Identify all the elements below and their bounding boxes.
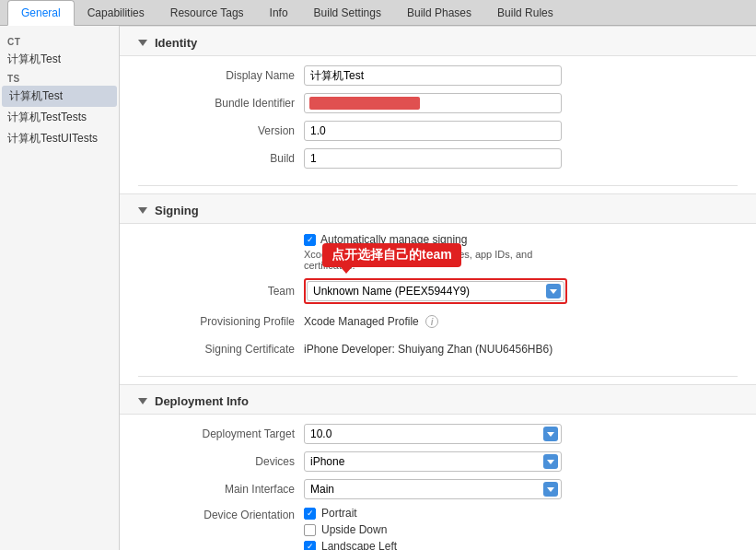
build-input[interactable] — [304, 148, 562, 169]
team-red-border: Unknown Name (PEEX5944Y9) — [304, 278, 567, 304]
main-interface-value: Main — [304, 479, 738, 499]
deployment-target-value: 10.0 — [304, 424, 738, 444]
display-name-value — [304, 65, 738, 86]
build-row: Build — [138, 148, 738, 169]
signing-cert-text: iPhone Developer: Shuiyang Zhan (NUU6456… — [304, 343, 552, 356]
signing-section-header: Signing — [120, 193, 756, 224]
sidebar-item-ts-test[interactable]: 计算机Test — [2, 86, 117, 107]
sidebar-item-ct-test[interactable]: 计算机Test — [0, 49, 119, 70]
tab-resource-tags[interactable]: Resource Tags — [157, 0, 257, 26]
tab-info[interactable]: Info — [257, 0, 301, 26]
devices-row: Devices iPhone — [138, 451, 738, 472]
team-label: Team — [138, 285, 304, 298]
version-input[interactable] — [304, 121, 562, 141]
tab-build-rules[interactable]: Build Rules — [484, 0, 566, 26]
signing-form: Automatically manage signing Xcode will … — [120, 224, 756, 376]
team-value: 点开选择自己的team Unknown Name (PEEX5944Y9) — [304, 278, 738, 304]
upside-down-label: Upside Down — [321, 523, 387, 536]
main-interface-arrow-icon — [543, 482, 558, 497]
signing-title: Signing — [155, 204, 199, 217]
device-orientation-value: Portrait Upside Down Landscape Left Land… — [304, 507, 738, 550]
portrait-label: Portrait — [321, 507, 357, 520]
main-interface-wrap: Main — [304, 479, 562, 499]
bundle-id-value — [304, 93, 738, 113]
bundle-id-label: Bundle Identifier — [138, 97, 304, 110]
portrait-checkbox[interactable] — [304, 508, 316, 520]
main-content: CT 计算机Test TS 计算机Test 计算机TestTests 计算机Te… — [0, 26, 756, 550]
main-interface-label: Main Interface — [138, 483, 304, 496]
devices-label: Devices — [138, 455, 304, 468]
main-interface-dropdown[interactable]: Main — [304, 479, 562, 499]
team-annotation-bubble: 点开选择自己的team — [322, 243, 461, 267]
upside-down-checkbox[interactable] — [304, 524, 316, 536]
identity-divider — [138, 185, 738, 186]
deployment-target-row: Deployment Target 10.0 — [138, 424, 738, 444]
display-name-input[interactable] — [304, 65, 562, 86]
devices-arrow-icon — [543, 454, 558, 469]
identity-title: Identity — [155, 36, 197, 50]
tab-build-phases[interactable]: Build Phases — [394, 0, 484, 26]
info-icon[interactable]: i — [425, 315, 438, 328]
tab-build-settings[interactable]: Build Settings — [301, 0, 394, 26]
version-value — [304, 121, 738, 141]
orientation-portrait: Portrait — [304, 507, 738, 520]
devices-dropdown[interactable]: iPhone — [304, 451, 562, 472]
landscape-left-checkbox[interactable] — [304, 541, 316, 551]
team-annotation-box: 点开选择自己的team Unknown Name (PEEX5944Y9) — [304, 278, 567, 304]
deployment-collapse-triangle[interactable] — [138, 398, 147, 404]
signing-divider — [138, 376, 738, 377]
identity-collapse-triangle[interactable] — [138, 40, 147, 46]
provisioning-label: Provisioning Profile — [138, 315, 304, 328]
devices-value: iPhone — [304, 451, 738, 472]
tab-general[interactable]: General — [7, 0, 75, 26]
provisioning-value: Xcode Managed Profile i — [304, 315, 738, 329]
deployment-target-arrow-icon — [543, 427, 558, 441]
tab-bar: General Capabilities Resource Tags Info … — [0, 0, 756, 26]
display-name-label: Display Name — [138, 69, 304, 82]
sidebar-item-ts-ui-tests[interactable]: 计算机TestUITests — [0, 128, 119, 149]
sidebar-item-ts-tests[interactable]: 计算机TestTests — [0, 107, 119, 128]
signing-cert-label: Signing Certificate — [138, 343, 304, 356]
provisioning-row: Provisioning Profile Xcode Managed Profi… — [138, 311, 738, 332]
version-row: Version — [138, 121, 738, 141]
signing-cert-value: iPhone Developer: Shuiyang Zhan (NUU6456… — [304, 343, 738, 356]
sidebar-section-ct: CT — [0, 33, 119, 49]
deployment-target-wrap: 10.0 — [304, 424, 562, 444]
auto-signing-checkbox[interactable] — [304, 234, 316, 246]
deployment-target-label: Deployment Target — [138, 427, 304, 440]
deployment-section-header: Deployment Info — [120, 384, 756, 415]
identity-section-header: Identity — [120, 26, 756, 56]
orientation-upside-down: Upside Down — [304, 523, 738, 536]
content-panel: Identity Display Name Bundle Identifier … — [120, 26, 756, 550]
build-value — [304, 148, 738, 169]
version-label: Version — [138, 124, 304, 137]
signing-collapse-triangle[interactable] — [138, 207, 147, 214]
deployment-title: Deployment Info — [155, 394, 249, 408]
team-dropdown[interactable]: Unknown Name (PEEX5944Y9) — [307, 281, 564, 301]
team-dropdown-container: Unknown Name (PEEX5944Y9) — [307, 281, 564, 301]
team-dropdown-arrow-icon — [546, 284, 561, 298]
tab-capabilities[interactable]: Capabilities — [75, 0, 157, 26]
landscape-left-label: Landscape Left — [321, 540, 397, 550]
signing-cert-row: Signing Certificate iPhone Developer: Sh… — [138, 339, 738, 359]
deployment-form: Deployment Target 10.0 Devices iPhone — [120, 415, 756, 550]
devices-wrap: iPhone — [304, 451, 562, 472]
display-name-row: Display Name — [138, 65, 738, 86]
main-interface-row: Main Interface Main — [138, 479, 738, 499]
device-orientation-row: Device Orientation Portrait Upside Down … — [138, 507, 738, 550]
sidebar-section-ts: TS — [0, 70, 119, 86]
team-row: Team 点开选择自己的team Unknown Name (PEEX5944Y… — [138, 278, 738, 304]
provisioning-text: Xcode Managed Profile — [304, 315, 419, 328]
identity-form: Display Name Bundle Identifier Version B… — [120, 56, 756, 185]
sidebar: CT 计算机Test TS 计算机Test 计算机TestTests 计算机Te… — [0, 26, 120, 550]
orientation-landscape-left: Landscape Left — [304, 540, 738, 550]
deployment-target-dropdown[interactable]: 10.0 — [304, 424, 562, 444]
device-orientation-label: Device Orientation — [138, 507, 304, 521]
bundle-id-row: Bundle Identifier — [138, 93, 738, 113]
build-label: Build — [138, 152, 304, 165]
